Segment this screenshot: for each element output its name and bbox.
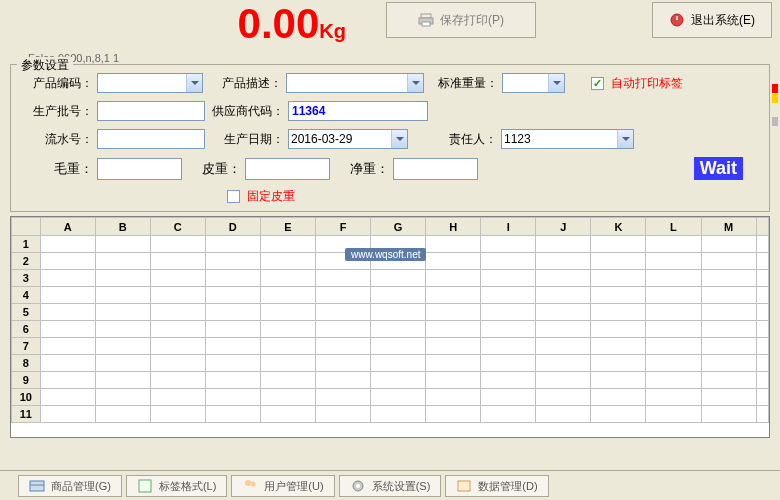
dropdown-icon[interactable] <box>391 130 407 148</box>
batch-input[interactable] <box>97 101 205 121</box>
auto-print-checkbox[interactable] <box>591 77 604 90</box>
connection-status: False 9600,n,8,1 1 <box>28 52 346 64</box>
exit-icon <box>669 12 685 28</box>
std-weight-label: 标准重量： <box>428 75 498 92</box>
supplier-label: 供应商代码： <box>209 103 284 120</box>
prod-date-picker[interactable] <box>288 129 408 149</box>
toolbar-goods[interactable]: 商品管理(G) <box>18 475 122 497</box>
prod-date-input[interactable] <box>289 130 391 148</box>
params-fieldset: 参数设置 产品编码： 产品描述： 标准重量： 自动打印标签 生产批号： 供应商代… <box>10 64 770 212</box>
fieldset-legend: 参数设置 <box>17 57 73 74</box>
svg-rect-2 <box>422 22 430 26</box>
owner-label: 责任人： <box>412 131 497 148</box>
print-icon <box>418 12 434 28</box>
toolbar-data[interactable]: 数据管理(D) <box>445 475 548 497</box>
product-desc-input[interactable] <box>287 74 407 92</box>
toolbar-settings[interactable]: 系统设置(S) <box>339 475 442 497</box>
weight-value: 0.00 <box>238 0 320 47</box>
toolbar-label[interactable]: 标签格式(L) <box>126 475 227 497</box>
toolbar-user[interactable]: 用户管理(U) <box>231 475 334 497</box>
svg-rect-11 <box>458 481 470 491</box>
svg-rect-6 <box>139 480 151 492</box>
supplier-input[interactable] <box>288 101 428 121</box>
std-weight-input[interactable] <box>503 74 548 92</box>
dropdown-icon[interactable] <box>186 74 202 92</box>
svg-rect-4 <box>30 481 44 491</box>
svg-point-8 <box>251 482 256 487</box>
gross-label: 毛重： <box>23 160 93 178</box>
save-print-button[interactable]: 保存打印(P) <box>386 2 536 38</box>
fix-tare-checkbox[interactable] <box>227 190 240 203</box>
owner-combo[interactable] <box>501 129 634 149</box>
watermark: www.wqsoft.net <box>345 248 426 261</box>
tare-input[interactable] <box>245 158 330 180</box>
users-icon <box>242 478 258 494</box>
prod-date-label: 生产日期： <box>209 131 284 148</box>
tag-icon <box>137 478 153 494</box>
serial-label: 流水号： <box>23 131 93 148</box>
db-icon <box>456 478 472 494</box>
svg-rect-0 <box>421 14 431 18</box>
net-label: 净重： <box>334 160 389 178</box>
dropdown-icon[interactable] <box>407 74 423 92</box>
wait-status: Wait <box>694 157 743 180</box>
auto-print-label: 自动打印标签 <box>611 75 683 92</box>
svg-point-10 <box>356 484 360 488</box>
dropdown-icon[interactable] <box>548 74 564 92</box>
dropdown-icon[interactable] <box>617 130 633 148</box>
svg-point-7 <box>245 480 251 486</box>
table-icon <box>29 478 45 494</box>
side-markers <box>772 84 778 126</box>
product-code-label: 产品编码： <box>23 75 93 92</box>
fix-tare-label: 固定皮重 <box>247 188 295 205</box>
gross-input[interactable] <box>97 158 182 180</box>
weight-unit: Kg <box>319 20 346 42</box>
tare-label: 皮重： <box>186 160 241 178</box>
serial-input[interactable] <box>97 129 205 149</box>
product-desc-combo[interactable] <box>286 73 424 93</box>
std-weight-combo[interactable] <box>502 73 565 93</box>
bottom-toolbar: 商品管理(G) 标签格式(L) 用户管理(U) 系统设置(S) 数据管理(D) <box>0 470 780 500</box>
exit-button[interactable]: 退出系统(E) <box>652 2 772 38</box>
exit-label: 退出系统(E) <box>691 12 755 29</box>
weight-display: 0.00Kg False 9600,n,8,1 1 <box>8 0 358 60</box>
product-code-combo[interactable] <box>97 73 203 93</box>
batch-label: 生产批号： <box>23 103 93 120</box>
net-input[interactable] <box>393 158 478 180</box>
owner-input[interactable] <box>502 130 617 148</box>
product-code-input[interactable] <box>98 74 186 92</box>
save-print-label: 保存打印(P) <box>440 12 504 29</box>
product-desc-label: 产品描述： <box>207 75 282 92</box>
gear-icon <box>350 478 366 494</box>
